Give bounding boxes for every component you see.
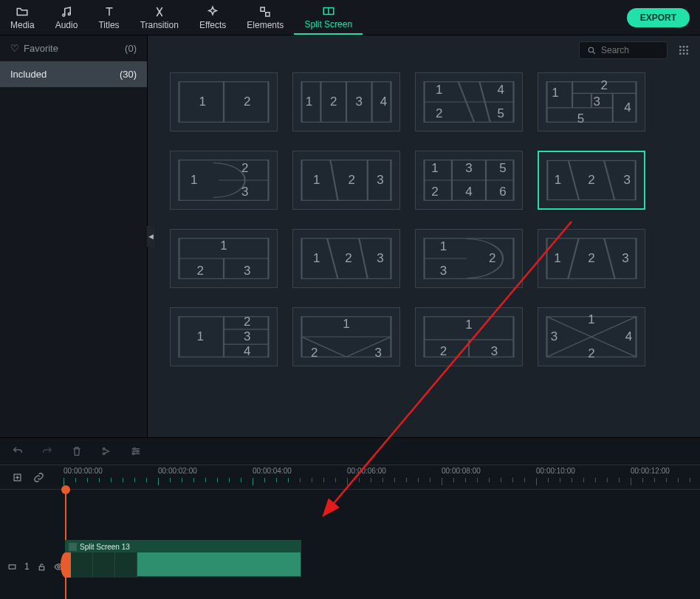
timeline-toolbar [0,438,700,465]
link-icon[interactable] [33,472,44,483]
svg-point-14 [679,52,682,55]
layout-region-number: 2 [345,251,351,266]
clip-segment: 1 [71,552,93,578]
time-label: 00:00:10:00 [536,467,575,475]
search-box[interactable] [579,41,668,59]
grid-view-icon[interactable] [678,44,690,56]
svg-line-43 [569,160,579,199]
layout-region-number: 3 [374,346,381,360]
sidebar-item-count: (30) [120,69,137,80]
split-screen-thumb[interactable]: 123 [170,229,278,288]
layout-region-number: 2 [244,95,250,109]
heart-icon: ♡ [10,43,19,54]
layout-region-number: 4 [625,329,632,344]
split-screen-thumb[interactable]: 1234 [170,307,278,366]
svg-rect-2 [261,7,264,11]
tab-label: Effects [199,20,226,30]
layout-region-number: 4 [624,100,631,115]
layout-region-number: 2 [330,95,337,109]
split-screen-thumb[interactable]: 123 [292,229,400,288]
svg-point-76 [137,451,139,453]
svg-point-6 [589,47,594,52]
split-screen-thumb[interactable]: 123456 [415,151,523,210]
layout-region-number: 1 [306,95,312,109]
tab-elements[interactable]: Elements [236,0,294,35]
split-screen-thumb[interactable]: 123 [538,229,645,288]
search-input[interactable] [601,45,653,55]
clip-trim-handle[interactable] [61,552,71,578]
delete-icon[interactable] [71,445,83,457]
thumbnail-panel: ◀ 12123412451234512312312345612312312312… [148,35,700,437]
tab-label: Media [10,20,35,30]
layout-region-number: 3 [241,185,248,199]
split-screen-thumb[interactable]: 12 [170,72,278,131]
svg-line-54 [568,239,578,279]
adjust-icon[interactable] [130,445,142,457]
svg-rect-81 [9,564,16,568]
layout-region-number: 1 [436,83,442,97]
timeline-panel: 00:00:00:0000:00:02:0000:00:04:0000:00:0… [0,437,700,599]
layout-region-number: 1 [220,239,227,253]
export-button[interactable]: EXPORT [627,8,690,27]
layout-region-number: 1 [313,173,320,188]
layout-region-number: 1 [440,239,447,254]
layout-region-number: 5 [577,112,584,126]
svg-line-7 [593,52,595,54]
tab-audio[interactable]: Audio [45,0,89,35]
lock-icon[interactable] [37,562,47,572]
split-screen-icon [322,4,335,18]
timeline-clip[interactable]: Split Screen 13 1 2 3 [65,540,301,577]
split-screen-thumb[interactable]: 1245 [415,72,523,131]
split-screen-thumb[interactable]: 123 [292,151,400,210]
layout-region-number: 3 [377,173,383,188]
clip-segment: 3 [115,552,137,578]
layout-region-number: 2 [489,251,495,266]
layout-region-number: 2 [244,315,250,329]
tab-effects[interactable]: Effects [189,0,236,35]
svg-line-55 [604,239,614,279]
layout-region-number: 3 [356,95,363,109]
track-area[interactable]: 1 Split Screen 13 1 2 3 [0,490,700,599]
workspace: ♡Favorite (0) Included (30) ◀ 1212341245… [0,35,700,437]
svg-point-70 [103,448,105,450]
tab-split-screen[interactable]: Split Screen [294,0,363,35]
time-label: 00:00:04:00 [253,467,292,475]
timeline-ruler-row: 00:00:00:0000:00:02:0000:00:04:0000:00:0… [0,465,700,490]
sidebar-item-favorite[interactable]: ♡Favorite (0) [0,35,147,61]
tab-titles[interactable]: Titles [88,0,129,35]
split-screen-thumb[interactable]: 1234 [292,72,400,131]
sidebar-item-included[interactable]: Included (30) [0,61,147,87]
music-icon [60,5,73,18]
sidebar-collapse-handle[interactable]: ◀ [147,226,154,247]
split-screen-thumb[interactable]: 123 [292,307,400,366]
time-label: 00:00:08:00 [442,467,481,475]
split-screen-thumb[interactable]: 123 [415,229,523,288]
svg-line-36 [330,160,337,201]
split-screen-thumb[interactable]: 12345 [538,72,645,131]
tab-media[interactable]: Media [0,0,45,35]
redo-icon[interactable] [41,445,53,457]
layout-region-number: 2 [311,346,318,360]
svg-point-71 [103,453,105,455]
svg-point-12 [683,49,685,52]
clip-title: Split Screen 13 [80,543,130,551]
layout-region-number: 2 [588,346,594,361]
svg-rect-82 [39,566,44,569]
folder-icon [16,5,29,18]
layout-region-number: 3 [244,329,250,344]
time-label: 00:00:06:00 [347,467,386,475]
layout-region-number: 2 [588,173,594,188]
split-screen-thumb[interactable]: 123 [415,307,523,366]
split-screen-thumb[interactable]: 123 [170,151,278,210]
split-icon[interactable] [100,445,112,457]
undo-icon[interactable] [12,445,24,457]
svg-point-16 [686,52,688,55]
time-ruler[interactable]: 00:00:00:0000:00:02:0000:00:04:0000:00:0… [64,465,700,490]
split-screen-thumb[interactable]: 1234 [538,307,645,366]
add-marker-icon[interactable] [12,472,23,483]
tab-transition[interactable]: Transition [130,0,189,35]
time-label: 00:00:12:00 [631,467,670,475]
svg-rect-3 [266,12,270,16]
split-screen-thumb[interactable]: 123 [538,151,645,210]
svg-point-0 [63,14,65,16]
